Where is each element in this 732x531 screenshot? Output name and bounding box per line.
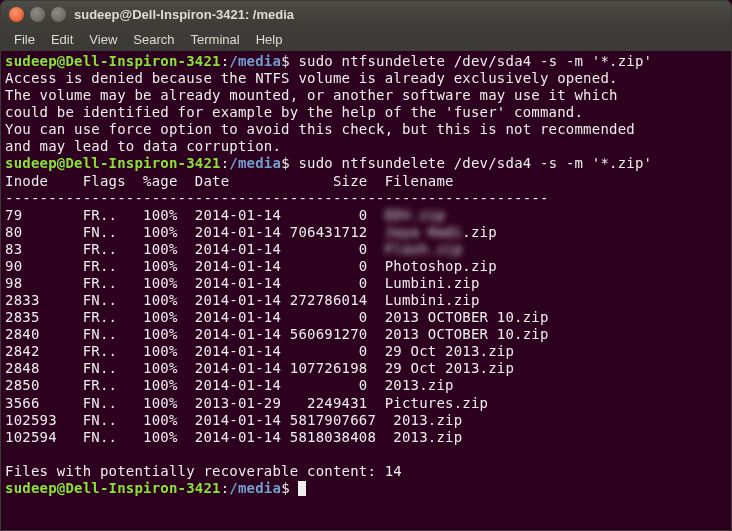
minimize-icon[interactable] [30, 7, 45, 22]
titlebar[interactable]: sudeep@Dell-Inspiron-3421: /media [1, 1, 731, 27]
close-icon[interactable] [9, 7, 24, 22]
menu-file[interactable]: File [7, 30, 42, 49]
menu-terminal[interactable]: Terminal [184, 30, 247, 49]
window-title: sudeep@Dell-Inspiron-3421: /media [74, 7, 294, 22]
menubar: File Edit View Search Terminal Help [1, 27, 731, 51]
terminal-area[interactable]: sudeep@Dell-Inspiron-3421:/media$ sudo n… [1, 51, 731, 530]
terminal-window: sudeep@Dell-Inspiron-3421: /media File E… [0, 0, 732, 531]
menu-edit[interactable]: Edit [44, 30, 80, 49]
window-controls [9, 7, 66, 22]
cursor-icon [298, 481, 306, 496]
menu-help[interactable]: Help [249, 30, 290, 49]
menu-view[interactable]: View [82, 30, 124, 49]
menu-search[interactable]: Search [126, 30, 181, 49]
maximize-icon[interactable] [51, 7, 66, 22]
